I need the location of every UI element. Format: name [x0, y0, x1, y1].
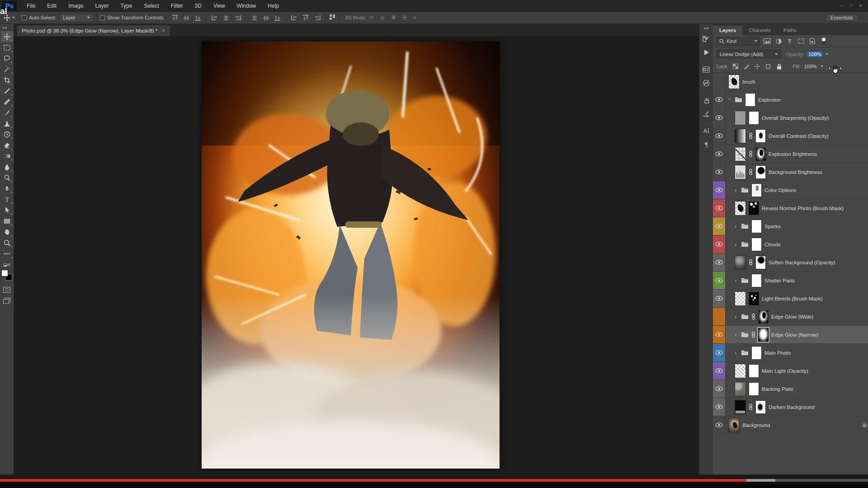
layer-mask-thumbnail[interactable]: [751, 274, 762, 287]
history-panel-icon[interactable]: [699, 32, 713, 46]
filter-type-layers-icon[interactable]: T: [786, 37, 794, 45]
lasso-tool[interactable]: [1, 53, 13, 64]
layer-thumbnail[interactable]: [735, 165, 746, 179]
layer-row-edge-glow-wide[interactable]: ›Edge Glow (Wide): [713, 308, 868, 326]
brushes-panel-icon[interactable]: [699, 94, 713, 107]
layer-name[interactable]: Overall Sharpening (Opacity): [762, 115, 829, 121]
visibility-toggle[interactable]: [713, 163, 726, 181]
eyedropper-tool[interactable]: [1, 85, 13, 96]
lock-transparency-icon[interactable]: [732, 63, 739, 70]
layer-name[interactable]: Background Brightness: [769, 169, 822, 175]
layer-thumbnail[interactable]: [735, 255, 746, 270]
layer-mask-thumbnail[interactable]: [758, 310, 769, 324]
layer-row-reveal-normal-photo-brush-mask[interactable]: Reveal Normal Photo (Brush Mask): [713, 199, 868, 217]
layer-row-overall-sharpening-opacity[interactable]: Overall Sharpening (Opacity): [713, 109, 868, 127]
opacity-dropdown-arrow[interactable]: [826, 53, 828, 55]
eraser-tool[interactable]: [1, 140, 13, 150]
quick-selection-tool[interactable]: [1, 64, 13, 75]
layer-mask-thumbnail[interactable]: [758, 328, 769, 342]
layer-name[interactable]: Sparks: [764, 224, 781, 229]
distribute-bottom-edges-icon[interactable]: [274, 15, 281, 21]
expand-panels-icon[interactable]: ▸▸: [0, 24, 14, 31]
hand-tool[interactable]: [1, 226, 13, 237]
layer-name[interactable]: Main Photo: [764, 350, 791, 356]
visibility-toggle[interactable]: [713, 308, 726, 325]
close-icon[interactable]: ✕: [859, 3, 863, 8]
menu-file[interactable]: File: [21, 0, 41, 12]
layer-mask-thumbnail[interactable]: [745, 93, 755, 107]
visibility-toggle[interactable]: [713, 272, 726, 289]
path-selection-tool[interactable]: [1, 205, 13, 216]
align-top-edges-icon[interactable]: [172, 15, 179, 21]
color-swatches[interactable]: [1, 270, 12, 281]
crop-tool[interactable]: [1, 75, 13, 85]
group-expand-chevron[interactable]: ›: [735, 241, 738, 248]
visibility-toggle[interactable]: [713, 217, 726, 235]
layer-row-main-light-opacity[interactable]: Main Light (Opacity): [713, 362, 868, 380]
tab-layers[interactable]: Layers: [713, 26, 742, 35]
layer-name[interactable]: Darken Background: [769, 404, 815, 410]
document-canvas[interactable]: [202, 42, 500, 469]
layer-name[interactable]: Clouds: [764, 242, 781, 247]
auto-select-checkbox[interactable]: [22, 15, 27, 20]
menu-help[interactable]: Help: [262, 0, 285, 12]
visibility-toggle[interactable]: [713, 416, 726, 434]
adjustments-panel-icon[interactable]: [699, 63, 713, 76]
layer-mask-thumbnail[interactable]: [749, 111, 759, 125]
3d-camera-icon[interactable]: ⌗: [413, 14, 416, 21]
layer-row-main-photo[interactable]: ›Main Photo: [713, 344, 868, 362]
rectangle-tool[interactable]: [1, 216, 13, 226]
brush-settings-panel-icon[interactable]: [699, 107, 713, 121]
menu-3d[interactable]: 3D: [189, 0, 207, 12]
type-tool[interactable]: T: [1, 194, 13, 205]
layer-thumbnail[interactable]: [728, 418, 740, 432]
layer-row-background-brightness[interactable]: Background Brightness: [713, 163, 868, 181]
maximize-icon[interactable]: □: [850, 3, 853, 8]
layer-mask-thumbnail[interactable]: [751, 220, 762, 233]
visibility-toggle[interactable]: [713, 145, 726, 163]
layer-thumbnail[interactable]: [735, 129, 746, 143]
auto-align-icon[interactable]: [329, 14, 335, 21]
layer-name[interactable]: brush: [742, 79, 755, 84]
visibility-toggle[interactable]: [713, 181, 726, 199]
pen-tool[interactable]: [1, 183, 13, 194]
layer-name[interactable]: Soften Background (Opacity): [769, 260, 835, 265]
layer-mask-thumbnail[interactable]: [755, 256, 766, 269]
layer-row-overall-contrast-opacity[interactable]: Overall Contrast (Opacity): [713, 127, 868, 145]
zoom-tool[interactable]: [1, 237, 13, 248]
visibility-toggle[interactable]: [713, 235, 726, 253]
filter-pixel-layers-icon[interactable]: [763, 37, 771, 45]
visibility-toggle[interactable]: [713, 73, 726, 90]
screen-mode-button[interactable]: [1, 295, 13, 306]
layer-name[interactable]: Overall Contrast (Opacity): [769, 133, 829, 139]
visibility-toggle[interactable]: [713, 344, 726, 361]
layer-mask-thumbnail[interactable]: [749, 292, 759, 305]
layer-mask-thumbnail[interactable]: [751, 346, 762, 360]
character-panel-icon[interactable]: A: [699, 124, 713, 138]
layer-mask-thumbnail[interactable]: [755, 147, 766, 161]
layer-mask-thumbnail[interactable]: [749, 382, 759, 396]
layer-name[interactable]: Backing Plate: [762, 386, 793, 392]
quick-mask-button[interactable]: [1, 284, 13, 295]
layer-name[interactable]: Shatter Parts: [764, 278, 795, 283]
layer-row-darken-background[interactable]: Darken Background: [713, 398, 868, 416]
video-progress-track[interactable]: [0, 479, 868, 482]
layer-row-brush[interactable]: brush: [713, 73, 868, 91]
gradient-tool[interactable]: [1, 150, 13, 161]
lock-pixels-icon[interactable]: [743, 63, 750, 70]
blend-mode-dropdown[interactable]: Linear Dodge (Add): [717, 50, 781, 58]
fill-value[interactable]: 100%: [804, 64, 816, 69]
auto-select-target-dropdown[interactable]: Layer: [60, 14, 93, 22]
layer-thumbnail[interactable]: [735, 382, 746, 396]
menu-filter[interactable]: Filter: [165, 0, 189, 12]
filter-adjustment-layers-icon[interactable]: [774, 37, 783, 45]
visibility-toggle[interactable]: [713, 326, 726, 343]
3d-roll-icon[interactable]: ◎: [380, 14, 385, 21]
layer-name[interactable]: Explosion: [758, 97, 781, 103]
layer-thumbnail[interactable]: [735, 400, 746, 414]
filter-smart-objects-icon[interactable]: [808, 37, 816, 45]
filter-shape-layers-icon[interactable]: [797, 37, 805, 45]
visibility-toggle[interactable]: [713, 91, 726, 108]
document-tab[interactable]: Photo.psd @ 38.3% (Edge Glow (Narrow), L…: [17, 25, 170, 36]
layer-mask-thumbnail[interactable]: [755, 165, 766, 179]
